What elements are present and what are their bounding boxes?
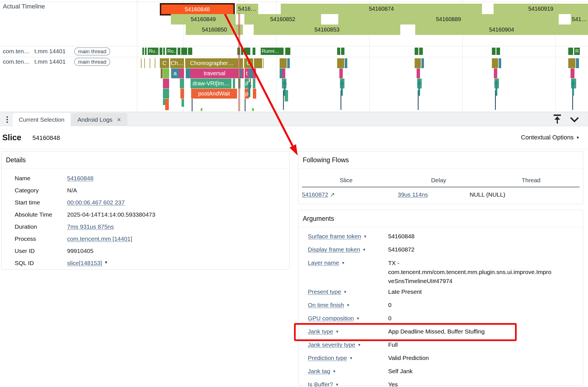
frame-slice-selected[interactable]: 54160848 xyxy=(160,3,235,15)
running-slice[interactable] xyxy=(145,48,147,55)
argument-key[interactable]: Surface frame token▼ xyxy=(299,230,388,243)
argument-key[interactable]: Present type▼ xyxy=(299,286,388,299)
flame-slice[interactable] xyxy=(163,79,169,88)
frame-slice[interactable]: 54160853 xyxy=(254,25,400,35)
frame-slice[interactable]: 54160874 xyxy=(281,4,482,14)
flame-slice[interactable] xyxy=(417,68,420,78)
flame-slice[interactable] xyxy=(144,58,145,68)
flame-slice[interactable]: draw-VRI[Im… xyxy=(191,79,231,88)
argument-key[interactable]: Jank severity type▼ xyxy=(299,339,388,352)
flame-slice[interactable] xyxy=(494,68,497,78)
argument-key-link[interactable]: Surface frame token xyxy=(308,233,361,239)
frame-slice[interactable]: 54160889 xyxy=(338,14,559,25)
running-slice[interactable]: Ru… xyxy=(148,48,158,55)
frame-slice[interactable]: 54160849 xyxy=(171,14,236,25)
running-slice[interactable] xyxy=(253,48,255,55)
flame-slice[interactable]: traversal xyxy=(190,68,239,78)
flame-slice[interactable] xyxy=(253,89,256,99)
argument-key[interactable]: Prediction type▼ xyxy=(299,352,388,365)
flame-slice[interactable] xyxy=(161,68,163,78)
flame-slice[interactable] xyxy=(287,58,290,68)
running-slice[interactable] xyxy=(568,48,573,55)
flame-slice[interactable]: d xyxy=(245,79,249,88)
flame-slice[interactable] xyxy=(249,68,253,78)
argument-key[interactable]: On time finish▼ xyxy=(299,299,388,312)
detail-value[interactable]: com.tencent.mm [14401] xyxy=(67,235,132,242)
flame-slice[interactable] xyxy=(163,68,169,78)
flame-slice[interactable] xyxy=(568,58,575,68)
running-slice[interactable] xyxy=(142,48,144,55)
frame-slice[interactable]: 54160852 xyxy=(244,14,321,25)
argument-key-link[interactable]: Layer name xyxy=(308,259,339,266)
running-slice[interactable] xyxy=(341,48,344,55)
dock-to-top-icon[interactable] xyxy=(552,114,563,125)
chevron-down-icon[interactable] xyxy=(569,114,580,125)
argument-key-link[interactable]: Is Buffer? xyxy=(308,381,333,387)
flame-slice[interactable] xyxy=(242,68,244,78)
frame-slice[interactable]: 5416… xyxy=(236,4,258,14)
argument-key-link[interactable]: GPU composition xyxy=(308,315,354,321)
running-slice[interactable] xyxy=(337,48,340,55)
flame-slice[interactable] xyxy=(345,58,347,68)
flame-slice[interactable]: Ch… xyxy=(170,58,184,68)
flame-slice[interactable] xyxy=(141,58,142,68)
flame-slice[interactable] xyxy=(150,58,150,68)
flame-slice[interactable] xyxy=(233,79,235,88)
frame-slice[interactable]: 54160904 xyxy=(415,25,588,35)
flame-slice[interactable] xyxy=(421,58,424,68)
timeline-canvas[interactable]: 541608485416…541608745416091954160849541… xyxy=(0,0,588,112)
running-slice[interactable] xyxy=(492,48,496,55)
flame-slice[interactable] xyxy=(253,79,255,88)
flame-slice[interactable] xyxy=(282,68,285,78)
contextual-options-button[interactable]: Contextual Options▼ xyxy=(521,126,580,150)
running-slice[interactable] xyxy=(244,48,250,55)
flame-slice[interactable]: C xyxy=(244,58,253,68)
argument-key-link[interactable]: Jank type xyxy=(308,328,333,335)
flame-slice[interactable] xyxy=(263,58,264,68)
running-slice[interactable] xyxy=(415,48,418,55)
detail-value[interactable]: 7ms 931us 875ns xyxy=(67,223,114,230)
running-slice[interactable] xyxy=(188,48,192,55)
flame-slice[interactable] xyxy=(576,58,579,68)
flame-slice[interactable] xyxy=(499,58,501,68)
argument-key-link[interactable]: Jank tag xyxy=(308,368,330,374)
argument-key-link[interactable]: Prediction type xyxy=(308,355,347,361)
flame-slice[interactable]: t xyxy=(245,68,249,78)
running-slice[interactable] xyxy=(160,48,162,55)
timeline-panel[interactable]: Actual Timeline 541608485416…54160874541… xyxy=(0,0,588,112)
flame-slice[interactable] xyxy=(571,68,574,78)
flame-slice[interactable]: C xyxy=(160,58,169,68)
argument-key[interactable]: Jank type▼ xyxy=(299,325,388,339)
running-slice[interactable] xyxy=(181,48,187,55)
flame-slice[interactable] xyxy=(280,68,282,78)
detail-value[interactable]: slice[148153] xyxy=(67,260,102,266)
flame-slice[interactable]: p xyxy=(245,89,249,99)
flame-slice[interactable] xyxy=(180,89,184,99)
argument-key[interactable]: GPU composition▼ xyxy=(299,312,388,325)
flame-slice[interactable] xyxy=(415,58,421,68)
flow-delay-link[interactable]: 39us 114ns xyxy=(398,191,428,198)
frame-slice[interactable]: 54160850 xyxy=(186,25,243,35)
detail-value[interactable]: 00:00:06.467 602 237 xyxy=(67,199,125,206)
frame-slice[interactable]: 54160919 xyxy=(494,4,588,14)
flow-slice-link[interactable]: 54160872 xyxy=(302,191,328,198)
overflow-menu-icon[interactable] xyxy=(2,113,12,126)
flame-slice[interactable]: postAndWait xyxy=(191,89,237,99)
running-slice[interactable] xyxy=(496,48,500,55)
flame-slice[interactable] xyxy=(253,68,256,78)
running-slice[interactable] xyxy=(241,48,243,55)
flame-slice[interactable] xyxy=(254,58,262,68)
flame-slice[interactable] xyxy=(163,89,169,99)
running-slice[interactable] xyxy=(178,48,180,55)
argument-key-link[interactable]: Present type xyxy=(308,288,341,295)
flame-slice[interactable] xyxy=(280,58,287,68)
flame-slice[interactable]: a xyxy=(171,68,179,78)
argument-key[interactable]: Is Buffer?▼ xyxy=(299,378,388,387)
running-slice[interactable]: R xyxy=(574,48,580,55)
argument-key-link[interactable]: Display frame token xyxy=(308,246,360,253)
close-icon[interactable]: × xyxy=(117,117,121,123)
flame-slice[interactable] xyxy=(180,79,184,88)
argument-key[interactable]: Layer name▼ xyxy=(299,257,388,286)
flame-slice[interactable] xyxy=(155,58,155,68)
running-slice[interactable] xyxy=(285,48,290,55)
